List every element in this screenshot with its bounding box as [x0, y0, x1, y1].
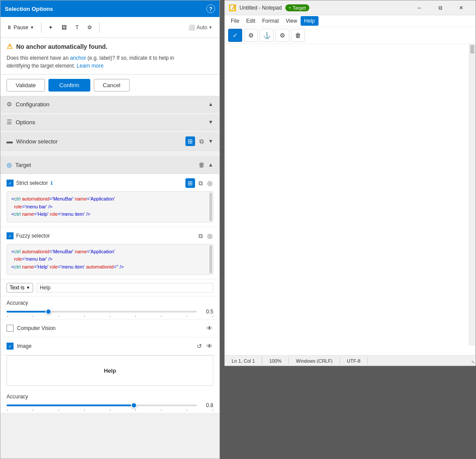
panel-title: Selection Options: [5, 6, 53, 12]
accuracy-slider-1-container: 0.5: [7, 309, 213, 315]
fuzzy-selector-code: <ctrl automationid='MenuBar' name='Appli…: [7, 244, 213, 275]
fuzzy-selector-copy-button[interactable]: ⧉: [198, 231, 204, 241]
window-selector-chevron-icon: ▼: [208, 138, 213, 144]
image-icon: 🖼: [62, 24, 67, 31]
accuracy-slider-2-thumb[interactable]: [131, 402, 137, 408]
text-condition-chevron-icon: ▼: [26, 286, 30, 290]
action-buttons-row: Validate Confirm Cancel: [0, 75, 219, 96]
pause-button[interactable]: ⏸ Pause ▼: [4, 23, 37, 32]
computer-vision-icons: 👁: [205, 324, 213, 333]
notepad-textarea[interactable]: [225, 44, 301, 63]
notepad-toolbar-gear-button[interactable]: ⚙: [244, 29, 258, 42]
options-title: Options: [16, 119, 35, 126]
notepad-toolbar: ✓ ⚙ ⚓ ⚙ 🗑: [225, 27, 476, 44]
notepad-app-icon: 📝: [229, 4, 236, 11]
accuracy-slider-1-track[interactable]: [7, 311, 197, 313]
options-section-header[interactable]: ☰ Options ▼: [0, 114, 219, 130]
target-icon: ✦: [48, 24, 53, 31]
warning-icon: ⚠: [7, 42, 13, 51]
fuzzy-selector-checkbox[interactable]: ✓: [7, 232, 14, 239]
text-filter-input[interactable]: [37, 283, 213, 292]
target-chevron-icon: ▲: [208, 162, 213, 168]
configuration-section-header[interactable]: ⚙ Configuration ▲: [0, 96, 219, 112]
image-checkmark-icon: ✓: [8, 344, 12, 349]
notepad-menu-format[interactable]: Format: [259, 16, 282, 26]
notepad-content-area: [225, 44, 476, 355]
settings-button[interactable]: ⚙: [85, 23, 95, 32]
computer-vision-eye-icon-button[interactable]: 👁: [205, 324, 213, 333]
notepad-scrollbar[interactable]: [469, 44, 475, 346]
auto-label: Auto: [196, 24, 207, 31]
options-icon: ☰: [7, 119, 12, 126]
target-header: ◎ Target 🗑 ▲: [0, 156, 219, 174]
accuracy-row-2: Accuracy 0.8: [0, 390, 219, 413]
accuracy-slider-1-thumb[interactable]: [45, 309, 51, 315]
strict-selector-copy-button[interactable]: ⧉: [198, 179, 204, 188]
image-icons: ↺ 👁: [196, 342, 213, 350]
close-button[interactable]: ✕: [451, 2, 471, 14]
tick: [33, 409, 33, 411]
target-header-right: 🗑 ▲: [198, 160, 213, 169]
text-condition-label: Text is: [10, 285, 24, 291]
text-button[interactable]: T: [73, 23, 81, 32]
anchor-link[interactable]: anchor: [70, 55, 86, 61]
fuzzy-selector-scrollbar[interactable]: [209, 245, 212, 274]
notepad-menu-view[interactable]: View: [282, 16, 301, 26]
resize-icon: ⤡: [471, 360, 475, 364]
window-selector-header[interactable]: ▬ Window selector ⊞ ⧉ ▼: [0, 132, 219, 151]
notepad-toolbar-anchor-button[interactable]: ⚓: [260, 29, 274, 42]
tick: [161, 316, 161, 317]
notepad-toolbar-settings-button[interactable]: ⚙: [275, 29, 289, 42]
restore-button[interactable]: ⧉: [430, 2, 450, 14]
fuzzy-selector-label: Fuzzy selector: [16, 233, 50, 239]
notepad-menu-help[interactable]: Help: [301, 16, 318, 26]
window-selector-copy-button[interactable]: ⧉: [199, 137, 205, 146]
image-preview-text: Help: [104, 367, 116, 374]
image-refresh-button[interactable]: ↺: [196, 342, 203, 350]
target-delete-button[interactable]: 🗑: [198, 160, 205, 169]
help-button[interactable]: ?: [206, 4, 215, 13]
warning-text-middle: (e.g. label)? If so, indicate it to help…: [87, 55, 174, 61]
accuracy-slider-2-container: 0.8: [7, 402, 213, 408]
window-selector-pick-button[interactable]: ⊞: [185, 136, 195, 146]
notepad-menu-edit[interactable]: Edit: [243, 16, 259, 26]
strict-selector-header: ✓ Strict selector ℹ ⊞ ⧉ ◎: [7, 178, 213, 188]
tick: [84, 409, 85, 411]
image-button[interactable]: 🖼: [59, 23, 69, 32]
accuracy-row-1: Accuracy 0.5: [0, 296, 219, 320]
tick: [84, 316, 85, 317]
fuzzy-selector-row: ✓ Fuzzy selector ⧉ ◎ <ctrl automationid=…: [0, 227, 219, 280]
strict-selector-row: ✓ Strict selector ℹ ⊞ ⧉ ◎ <ctrl automati…: [0, 174, 219, 227]
statusbar-line-ending: Windows (CRLF): [289, 357, 340, 364]
accuracy-slider-2-track[interactable]: [7, 405, 197, 406]
computer-vision-checkbox[interactable]: [7, 325, 14, 332]
text-condition-select[interactable]: Text is ▼: [7, 283, 33, 292]
accuracy-ticks-1: [7, 316, 213, 317]
notepad-toolbar-trash-button[interactable]: 🗑: [291, 29, 305, 42]
image-checkbox[interactable]: ✓: [7, 343, 14, 350]
tick: [110, 316, 110, 317]
tick: [58, 409, 59, 411]
strict-selector-checkbox[interactable]: ✓: [7, 180, 14, 187]
strict-selector-pick-button[interactable]: ⊞: [185, 178, 195, 188]
learn-more-link[interactable]: Learn more: [77, 63, 103, 69]
tick: [161, 409, 161, 411]
auto-button[interactable]: ⬜ Auto ▼: [185, 23, 216, 32]
validate-button[interactable]: Validate: [7, 79, 45, 92]
auto-chevron-icon: ▼: [209, 25, 212, 30]
target-icon-button[interactable]: ✦: [46, 23, 55, 32]
accuracy-label-1: Accuracy: [7, 300, 213, 306]
confirm-button[interactable]: Confirm: [48, 79, 90, 92]
strict-selector-scrollbar[interactable]: [209, 193, 212, 221]
tick: [135, 409, 136, 411]
strict-selector-expand-button[interactable]: ◎: [206, 179, 213, 187]
cancel-button[interactable]: Cancel: [94, 79, 130, 92]
settings-icon: ⚙: [87, 24, 92, 31]
image-eye-icon-button[interactable]: 👁: [205, 342, 213, 350]
notepad-menu-file[interactable]: File: [227, 16, 243, 26]
minimize-button[interactable]: ─: [409, 2, 429, 14]
notepad-toolbar-check-button[interactable]: ✓: [228, 29, 242, 42]
fuzzy-selector-expand-button[interactable]: ◎: [206, 231, 213, 240]
notepad-scrollbar-thumb[interactable]: [470, 45, 474, 54]
text-icon: T: [75, 24, 79, 31]
